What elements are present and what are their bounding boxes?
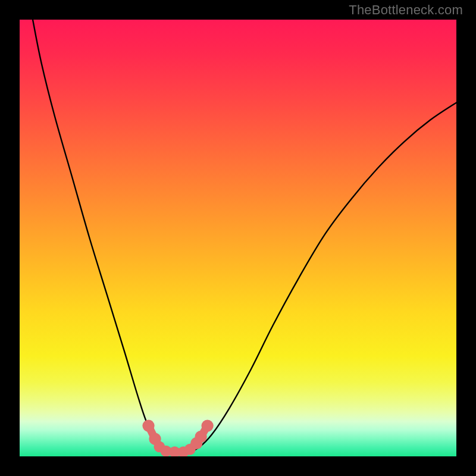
marker-dot — [201, 419, 213, 431]
marker-dot — [195, 431, 206, 443]
bottleneck-curve — [33, 20, 456, 452]
chart-svg — [20, 20, 456, 456]
marker-dots — [142, 419, 213, 456]
plot-area — [20, 20, 456, 456]
chart-frame: TheBottleneck.com — [0, 0, 476, 476]
marker-dot — [142, 419, 154, 431]
watermark-text: TheBottleneck.com — [349, 2, 463, 18]
